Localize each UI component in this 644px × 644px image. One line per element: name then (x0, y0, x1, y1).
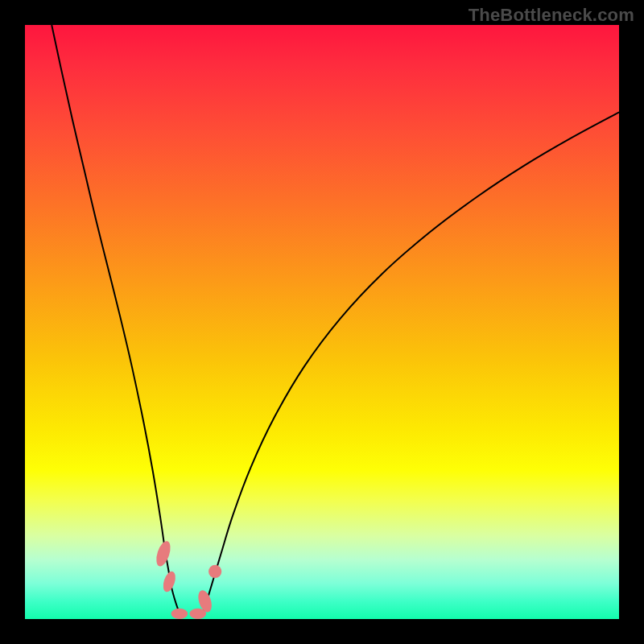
left-upper-blob (154, 539, 173, 568)
left-cpu-curve (52, 25, 180, 613)
bottom-right-blob (189, 609, 206, 619)
left-lower-blob (161, 570, 178, 593)
bottleneck-markers (154, 539, 221, 619)
plot-area (25, 25, 619, 619)
curve-layer (25, 25, 619, 619)
bottom-left-blob (171, 609, 188, 619)
right-upper-dot (208, 565, 221, 578)
right-gpu-curve (203, 112, 619, 613)
watermark-label: TheBottleneck.com (469, 5, 634, 26)
chart-stage: TheBottleneck.com (0, 0, 644, 644)
